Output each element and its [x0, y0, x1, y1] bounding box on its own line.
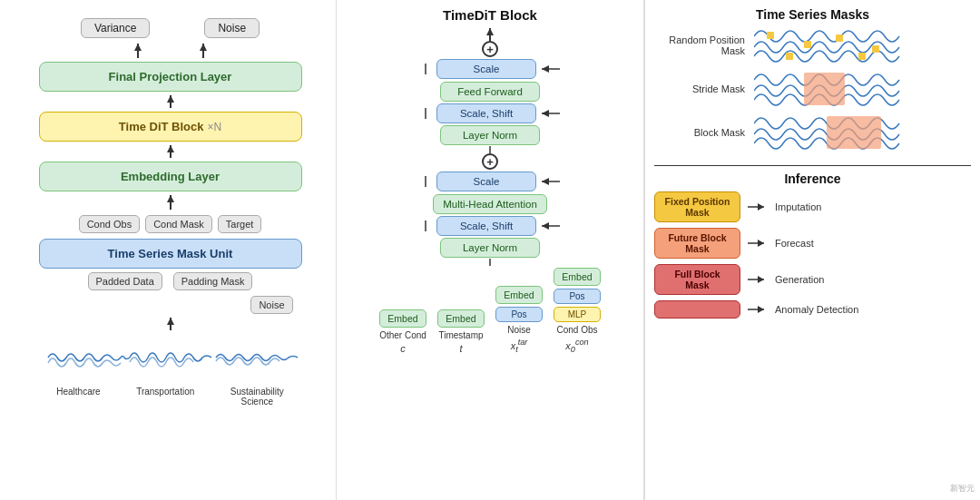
- padded-inputs: Padded Data Padding Mask: [88, 272, 253, 290]
- math-label-c: c: [400, 343, 406, 354]
- arrow-up-1: [165, 95, 176, 108]
- line-v4: [420, 221, 431, 231]
- svg-rect-34: [804, 73, 845, 105]
- padding-mask: Padding Mask: [173, 272, 253, 290]
- input-label-xcon: Cond Obs: [556, 325, 597, 335]
- noise-output: Noise: [204, 18, 260, 38]
- line-v2: [420, 108, 431, 119]
- cond-mask-input: Cond Mask: [145, 215, 212, 233]
- top-plus-row: +: [482, 41, 498, 57]
- layer-norm-bottom-box: Layer Norm: [440, 238, 540, 258]
- forecast-label: Forecast: [775, 238, 814, 249]
- final-projection-layer: Final Projection Layer: [39, 62, 302, 92]
- mlp-box-xcon: MLP: [554, 307, 601, 322]
- svg-rect-32: [786, 53, 793, 60]
- imputation-label: Imputation: [775, 201, 821, 212]
- scale-top-box: Scale: [436, 59, 536, 79]
- math-label-xcon: x0con: [565, 338, 588, 354]
- svg-rect-33: [858, 53, 866, 60]
- svg-marker-23: [542, 178, 549, 185]
- embed-box-c: Embed: [379, 309, 426, 328]
- noise-label: Noise: [250, 296, 292, 314]
- mask-row-stride: Stride Mask: [654, 71, 971, 107]
- connector-mid: [485, 146, 495, 153]
- embed-col-xcon: Embed Pos MLP Cond Obs x0con: [554, 268, 601, 354]
- bottom-embed-section: Embed Other Cond c Embed Timestamp t Emb…: [346, 268, 634, 354]
- embed-box-xcon: Embed: [554, 268, 601, 286]
- mask-label-block: Block Mask: [654, 127, 745, 138]
- inference-title: Inference: [654, 172, 971, 186]
- scale-shift-bottom-box: Scale, Shift: [436, 216, 536, 236]
- inference-section: Inference Fixed PositionMask Imputation …: [654, 165, 971, 324]
- transportation-label: Transportation: [136, 387, 194, 407]
- padded-data: Padded Data: [88, 272, 162, 290]
- inputs-row: Cond Obs Cond Mask Target: [79, 215, 262, 233]
- healthcare-label: Healthcare: [56, 387, 100, 407]
- scale-bottom-box: Scale: [436, 172, 536, 191]
- random-position-mask-visual: [754, 27, 904, 64]
- embed-col-c: Embed Other Cond c: [379, 309, 426, 354]
- infer-arrow-1: [748, 201, 768, 213]
- svg-marker-16: [542, 65, 549, 73]
- infer-arrow-3: [748, 273, 768, 286]
- mask-row-block: Block Mask: [654, 114, 971, 151]
- svg-rect-30: [836, 34, 843, 42]
- arrow-up-wave: [162, 318, 180, 330]
- pos-box-xtar: Pos: [495, 307, 543, 322]
- left-panel: Variance Noise Final Projection Layer Ti…: [0, 0, 336, 500]
- sustainability-label: SustainabilityScience: [230, 387, 284, 407]
- svg-marker-37: [758, 203, 764, 211]
- svg-marker-19: [542, 110, 549, 117]
- arrow-up-variance: [132, 44, 143, 58]
- timedit-block-diagram: + Scale Feed Forward Scale, Shift Layer …: [346, 28, 634, 354]
- svg-rect-29: [804, 41, 811, 48]
- watermark: 新智元: [950, 483, 975, 495]
- scale-shift-top-box: Scale, Shift: [436, 103, 536, 123]
- math-label-t: t: [459, 343, 462, 354]
- infer-row-generation: Full BlockMask Generation: [654, 264, 971, 295]
- arrow-up-2: [165, 145, 176, 158]
- svg-marker-11: [167, 318, 174, 325]
- input-label-t: Timestamp: [438, 330, 483, 340]
- fixed-position-mask-box: Fixed PositionMask: [654, 191, 740, 222]
- timedit-block-title: TimeDiT Block: [443, 7, 537, 23]
- mask-label-stride: Stride Mask: [654, 83, 745, 94]
- anomaly-mask-box: [654, 300, 740, 319]
- architecture-diagram: Variance Noise Final Projection Layer Ti…: [14, 18, 327, 407]
- line-v3: [420, 176, 431, 187]
- arrow-left-3: [542, 176, 560, 187]
- svg-marker-41: [758, 276, 764, 283]
- cond-obs-input: Cond Obs: [79, 215, 141, 233]
- scale-top-row: Scale: [420, 59, 560, 79]
- embedding-layer: Embedding Layer: [39, 162, 302, 191]
- embed-col-xtar: Embed Pos Noise xttar: [495, 286, 543, 354]
- svg-marker-13: [486, 28, 494, 35]
- layer-norm-bottom-row: Layer Norm: [440, 238, 540, 258]
- arrow-up-3: [162, 195, 180, 210]
- mask-label-random: Random PositionMask: [654, 34, 745, 56]
- svg-rect-28: [767, 32, 774, 39]
- svg-marker-5: [167, 95, 174, 103]
- right-panel: Time Series Masks Random PositionMask St…: [644, 0, 980, 500]
- multi-head-attention-box: Multi-Head Attention: [433, 194, 547, 214]
- feed-forward-box: Feed Forward: [440, 82, 540, 102]
- scale-bottom-row: Scale: [420, 172, 560, 191]
- infer-row-anomaly: Anomaly Detection: [654, 300, 971, 319]
- full-block-mask-box: Full BlockMask: [654, 264, 740, 295]
- anomaly-detection-label: Anomaly Detection: [775, 304, 858, 315]
- scale-shift-bottom-row: Scale, Shift: [420, 216, 560, 236]
- svg-rect-35: [827, 116, 881, 149]
- arrow-up-noise: [198, 44, 209, 58]
- time-series-mask-unit: Time Series Mask Unit: [39, 239, 302, 269]
- infer-arrow-2: [748, 237, 768, 250]
- embed-box-t: Embed: [437, 309, 485, 328]
- embed-box-xtar: Embed: [495, 286, 543, 304]
- svg-marker-39: [758, 240, 764, 247]
- svg-marker-3: [200, 44, 207, 51]
- top-arrows: [132, 44, 209, 58]
- scale-shift-top-row: Scale, Shift: [420, 103, 560, 123]
- output-boxes: Variance Noise: [81, 18, 260, 38]
- infer-row-imputation: Fixed PositionMask Imputation: [654, 191, 971, 222]
- feed-forward-row: Feed Forward: [440, 82, 540, 102]
- infer-arrow-4: [748, 303, 768, 316]
